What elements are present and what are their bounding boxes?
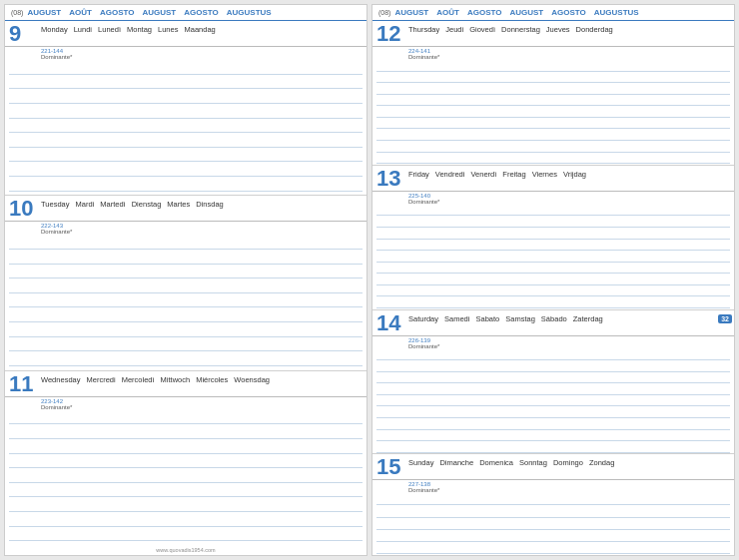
day-block-14: 14 Saturday Samedi Sabato Samstag Sábado…	[372, 310, 734, 455]
line	[9, 340, 363, 351]
day-info-13: 225-140 Dominante*	[372, 192, 734, 205]
line	[376, 442, 730, 453]
day-lang-9-de: Montag	[127, 25, 152, 34]
right-month-6: AUGUSTUS	[594, 8, 639, 17]
line	[376, 297, 730, 308]
line	[376, 263, 730, 274]
line	[9, 239, 363, 250]
line	[376, 72, 730, 83]
line	[9, 443, 363, 454]
line	[9, 413, 363, 424]
day-lang-13-it: Venerdì	[470, 170, 496, 179]
day-lang-11-nl: Woensdag	[234, 375, 270, 384]
day-block-9: 9 Monday Lundi Lunedì Montag Lunes Maand…	[5, 21, 367, 196]
lines-13	[372, 205, 734, 309]
day-lang-11-it: Mercoledì	[122, 375, 155, 384]
day-lang-15-en: Sunday	[408, 458, 433, 467]
day-lang-13-de: Freitag	[502, 170, 525, 179]
line	[376, 419, 730, 430]
day-names-13: Friday Vendredi Venerdì Freitag Viernes …	[408, 168, 730, 179]
day-lang-11-es: Miércoles	[196, 375, 228, 384]
line	[9, 64, 363, 75]
line	[376, 107, 730, 118]
day-lang-14-fr: Samedi	[444, 314, 469, 323]
lines-15	[372, 493, 734, 555]
left-month-code: (08)	[11, 9, 23, 16]
day-lang-10-es: Martes	[167, 200, 190, 209]
day-lang-14-en: Saturday	[408, 314, 438, 323]
line	[9, 355, 363, 366]
line	[9, 282, 363, 293]
day-block-13: 13 Friday Vendredi Venerdì Freitag Viern…	[372, 166, 734, 310]
line	[376, 543, 730, 554]
line	[9, 93, 363, 104]
day-number-10: 10	[9, 198, 37, 220]
line	[9, 326, 363, 337]
day-info-11: 223-142 Dominante*	[5, 397, 367, 410]
day-info-15: 227-138 Dominante*	[372, 480, 734, 493]
day-block-12: 12 Thursday Jeudi Giovedì Donnerstag Jue…	[372, 21, 734, 166]
day-lang-11-de: Mittwoch	[161, 375, 191, 384]
day-header-15: 15 Sunday Dimanche Domenica Sonntag Domi…	[372, 454, 734, 480]
day-names-14: Saturday Samedi Sabato Samstag Sábado Za…	[408, 312, 730, 323]
day-number-11: 11	[9, 373, 37, 395]
left-footer: www.quovadis1954.com	[5, 545, 367, 555]
day-number-15: 15	[376, 456, 404, 478]
day-header-14: 14 Saturday Samedi Sabato Samstag Sábado…	[372, 310, 734, 336]
day-lang-9-en: Monday	[41, 25, 68, 34]
line	[9, 166, 363, 177]
line	[9, 428, 363, 439]
day-lang-12-it: Giovedì	[469, 25, 495, 34]
day-lang-13-nl: Vrijdag	[563, 170, 586, 179]
line	[376, 372, 730, 383]
line	[376, 153, 730, 164]
day-lang-15-it: Domenica	[479, 458, 513, 467]
day-lang-14-es: Sábado	[541, 314, 567, 323]
day-lang-11-fr: Mercredi	[86, 375, 115, 384]
day-lang-10-fr: Mardi	[76, 200, 95, 209]
day-header-13: 13 Friday Vendredi Venerdì Freitag Viern…	[372, 166, 734, 192]
day-number-12: 12	[376, 23, 404, 45]
left-page-header: (08) AUGUST AOÛT AGOSTO AUGUST AGOSTO AU…	[5, 5, 367, 21]
day-number-13: 13	[376, 168, 404, 190]
line	[376, 205, 730, 216]
day-lang-13-fr: Vendredi	[435, 170, 465, 179]
left-page: (08) AUGUST AOÛT AGOSTO AUGUST AGOSTO AU…	[4, 4, 368, 556]
line	[376, 118, 730, 129]
day-names-12: Thursday Jeudi Giovedì Donnerstag Jueves…	[408, 23, 730, 34]
day-lang-12-nl: Donderdag	[576, 25, 613, 34]
right-month-4: AUGUST	[509, 8, 543, 17]
day-info-12: 224-141 Dominante*	[372, 47, 734, 60]
line	[376, 395, 730, 406]
day-number-14: 14	[376, 312, 404, 334]
line	[376, 229, 730, 240]
left-month-3: AGOSTO	[100, 8, 135, 17]
line	[9, 296, 363, 307]
day-lang-9-es: Lunes	[158, 25, 178, 34]
day-lang-13-es: Viernes	[532, 170, 557, 179]
day-names-9: Monday Lundi Lunedì Montag Lunes Maandag	[41, 23, 363, 34]
lines-14	[372, 349, 734, 454]
day-lang-12-en: Thursday	[408, 25, 439, 34]
line	[376, 275, 730, 285]
day-number-9: 9	[9, 23, 37, 45]
day-lang-12-fr: Jeudi	[445, 25, 463, 34]
line	[9, 108, 363, 119]
line	[376, 285, 730, 296]
day-lang-15-nl: Zondag	[589, 458, 614, 467]
line	[376, 130, 730, 141]
planner: (08) AUGUST AOÛT AGOSTO AUGUST AGOSTO AU…	[0, 0, 739, 560]
day-header-12: 12 Thursday Jeudi Giovedì Donnerstag Jue…	[372, 21, 734, 47]
line	[9, 501, 363, 512]
day-names-15: Sunday Dimanche Domenica Sonntag Domingo…	[408, 456, 730, 467]
day-lang-11-en: Wednesday	[41, 375, 80, 384]
line	[376, 217, 730, 228]
line	[9, 486, 363, 497]
line	[376, 142, 730, 153]
line	[376, 95, 730, 106]
line	[376, 430, 730, 441]
line	[376, 494, 730, 505]
day-header-10: 10 Tuesday Mardi Martedì Dienstag Martes…	[5, 196, 367, 222]
line	[376, 240, 730, 251]
day-info-10: 222-143 Dominante*	[5, 222, 367, 235]
